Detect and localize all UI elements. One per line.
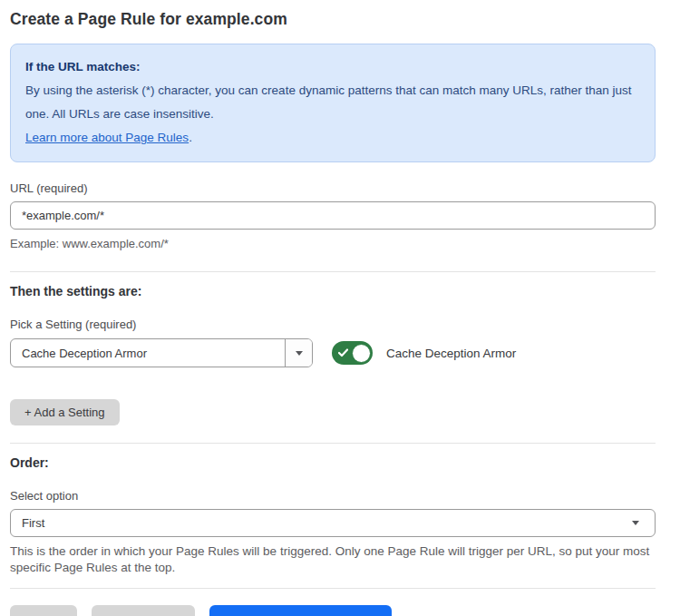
order-select[interactable]: First: [10, 509, 656, 537]
url-example-text: Example: www.example.com/*: [10, 237, 656, 250]
divider: [10, 443, 656, 444]
url-field-label: URL (required): [10, 181, 656, 195]
save-as-draft-button[interactable]: Save as Draft: [92, 605, 195, 616]
info-box-body: By using the asterisk (*) character, you…: [25, 79, 640, 126]
chevron-down-icon: [632, 521, 639, 525]
info-box-heading: If the URL matches:: [25, 55, 640, 79]
chevron-down-icon: [296, 351, 303, 356]
setting-select[interactable]: Cache Deception Armor: [10, 338, 313, 367]
settings-section-heading: Then the settings are:: [10, 284, 656, 298]
order-select-value: First: [11, 516, 632, 530]
setting-picker-label: Pick a Setting (required): [10, 318, 656, 331]
divider: [10, 271, 656, 272]
toggle-knob: [352, 344, 371, 363]
order-section-heading: Order:: [10, 455, 656, 470]
cache-deception-armor-toggle[interactable]: [332, 341, 373, 365]
check-icon: [338, 348, 348, 357]
setting-select-value: Cache Deception Armor: [11, 347, 285, 360]
order-select-label: Select option: [10, 489, 656, 503]
url-match-info-box: If the URL matches: By using the asteris…: [10, 44, 656, 162]
info-box-link-line: Learn more about Page Rules.: [25, 126, 640, 150]
save-and-deploy-button[interactable]: Save and Deploy Page Rule: [209, 605, 393, 616]
order-select-arrow: [632, 521, 655, 525]
cancel-button[interactable]: Cancel: [10, 605, 77, 616]
setting-toggle-group: Cache Deception Armor: [332, 341, 516, 365]
learn-more-link[interactable]: Learn more about Page Rules: [25, 131, 189, 144]
order-help-text: This is the order in which your Page Rul…: [10, 543, 650, 576]
create-page-rule-form: Create a Page Rule for example.com If th…: [0, 0, 680, 616]
link-suffix: .: [189, 131, 192, 144]
toggle-label: Cache Deception Armor: [386, 347, 516, 360]
setting-select-arrow-button[interactable]: [285, 339, 312, 367]
setting-row: Cache Deception Armor Cache Deception Ar…: [10, 338, 656, 367]
page-title: Create a Page Rule for example.com: [10, 10, 656, 29]
divider: [10, 588, 656, 589]
form-actions: Cancel Save as Draft Save and Deploy Pag…: [10, 605, 656, 616]
add-setting-button[interactable]: + Add a Setting: [10, 399, 120, 425]
url-input[interactable]: [10, 201, 656, 230]
